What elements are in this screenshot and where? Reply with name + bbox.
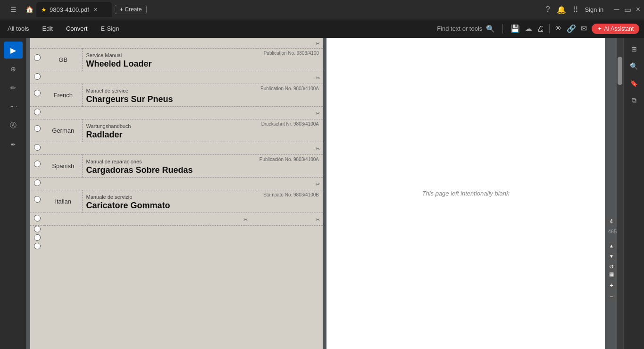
radio-italian[interactable] bbox=[34, 196, 41, 203]
app-toolbar: All tools Edit Convert E-Sign Find text … bbox=[0, 19, 644, 38]
ai-assistant-button[interactable]: ✦ AI Assistant bbox=[592, 24, 639, 34]
radio-german[interactable] bbox=[34, 125, 41, 132]
mail-icon[interactable]: ✉ bbox=[581, 24, 587, 33]
maximize-button[interactable]: ▭ bbox=[624, 5, 631, 14]
pdf-page-right: This page left intentionally blank bbox=[326, 38, 605, 349]
content-french: Manuel de service Publication No. 9803/4… bbox=[82, 84, 323, 107]
subtitle-gb: Service Manual bbox=[86, 52, 122, 58]
window-close-button[interactable]: × bbox=[636, 5, 640, 14]
tab-close-icon[interactable]: × bbox=[94, 6, 98, 13]
browser-bar: ☰ 🏠 ★ 9803-4100.pdf × + Create ? 🔔 ⠿ Sig… bbox=[0, 0, 644, 19]
title-spanish: Cargadoras Sobre Ruedas bbox=[86, 165, 319, 175]
radio-spanish[interactable] bbox=[34, 161, 41, 167]
left-sidebar: ▶ ⊕ ✏ 〰 Ⓐ ✒ bbox=[0, 38, 26, 349]
scissors-icon-6: ✂ bbox=[243, 217, 248, 222]
browser-tab-active[interactable]: ★ 9803-4100.pdf × bbox=[36, 2, 112, 17]
content-spanish: Manual de reparaciones Publicación No. 9… bbox=[82, 155, 323, 178]
table-row: German Wartungshandbuch Druckschrit Nr. … bbox=[30, 119, 323, 142]
pub-french: Publication No. 9803/4100A bbox=[260, 86, 319, 91]
extra-row-1 bbox=[30, 226, 323, 235]
sign-in-button[interactable]: Sign in bbox=[585, 6, 604, 13]
scissors-icon-5: ✂ bbox=[316, 181, 320, 187]
zoom-tool[interactable]: ⊕ bbox=[4, 60, 23, 77]
radio-extra-3[interactable] bbox=[34, 243, 41, 249]
pdf-page-left: ✂ GB Service Manual Publication No. 9803 bbox=[30, 38, 323, 349]
cloud-icon[interactable]: ☁ bbox=[525, 24, 532, 33]
radio-gb[interactable] bbox=[34, 54, 41, 61]
subtitle-italian: Manuale de servizio bbox=[86, 194, 133, 200]
lang-german: German bbox=[44, 119, 82, 142]
extra-row-2 bbox=[30, 234, 323, 243]
search-icon[interactable]: 🔍 bbox=[486, 25, 495, 33]
radio-italian-2[interactable] bbox=[34, 215, 41, 221]
recognize-icon[interactable]: 👁 bbox=[554, 25, 562, 33]
radio-french-2[interactable] bbox=[34, 109, 41, 115]
tab-star-icon: ★ bbox=[41, 6, 47, 13]
radio-german-2[interactable] bbox=[34, 144, 41, 151]
table-row: Italian Manuale de servizio Stampato No.… bbox=[30, 190, 323, 213]
notification-icon[interactable]: 🔔 bbox=[557, 5, 566, 14]
bookmarks-icon[interactable]: 🔖 bbox=[626, 76, 643, 91]
lang-spanish: Spanish bbox=[44, 155, 82, 178]
lang-french: French bbox=[44, 84, 82, 107]
search-panel-icon[interactable]: 🔍 bbox=[626, 59, 643, 74]
help-icon[interactable]: ? bbox=[546, 5, 550, 14]
scissors-row-3: ✂ bbox=[30, 107, 323, 119]
radio-extra-2[interactable] bbox=[34, 234, 41, 241]
minimize-button[interactable]: ─ bbox=[614, 5, 619, 14]
lang-gb: GB bbox=[44, 49, 82, 71]
content-gb: Service Manual Publication No. 9803/4100… bbox=[82, 49, 323, 71]
cursor-tool[interactable]: ▶ bbox=[4, 42, 23, 59]
zoom-out-button[interactable]: − bbox=[606, 292, 617, 301]
find-text-label: Find text or tools bbox=[437, 25, 482, 32]
radio-spanish-2[interactable] bbox=[34, 179, 41, 186]
menu-btn[interactable]: ☰ bbox=[4, 1, 23, 18]
title-gb: Wheeled Loader bbox=[86, 59, 319, 69]
layers-icon[interactable]: ⧉ bbox=[626, 93, 643, 108]
main-area: ▶ ⊕ ✏ 〰 Ⓐ ✒ ✂ bbox=[0, 38, 644, 349]
next-page-button[interactable]: ▼ bbox=[606, 251, 617, 261]
all-tools-menu[interactable]: All tools bbox=[5, 23, 32, 34]
pub-german: Druckschrit Nr. 9803/4100A bbox=[261, 121, 319, 127]
title-italian: Caricatore Gommato bbox=[86, 201, 319, 211]
toolbar-right: 💾 ☁ 🖨 👁 🔗 ✉ ✦ AI Assistant bbox=[510, 24, 639, 34]
edit-menu[interactable]: Edit bbox=[40, 23, 56, 34]
scissors-row-4: ✂ bbox=[30, 142, 323, 155]
zoom-bar-icon[interactable]: ▦ bbox=[606, 269, 617, 279]
radio-french[interactable] bbox=[34, 90, 41, 96]
zoom-in-button[interactable]: + bbox=[606, 281, 617, 290]
scroll-thumb[interactable] bbox=[618, 57, 622, 85]
scissors-row-top: ✂ bbox=[30, 38, 323, 49]
home-icon[interactable]: 🏠 bbox=[25, 6, 33, 13]
blank-page-label: This page left intentionally blank bbox=[422, 190, 509, 197]
apps-icon[interactable]: ⠿ bbox=[573, 5, 578, 14]
convert-menu[interactable]: Convert bbox=[63, 23, 91, 34]
signature-tool[interactable]: ✒ bbox=[4, 136, 23, 153]
new-tab-button[interactable]: + Create bbox=[115, 5, 147, 14]
page-nav-controls: ▲ ▼ bbox=[606, 241, 617, 261]
table-row: French Manuel de service Publication No.… bbox=[30, 84, 323, 107]
right-sidebar: ⊞ 🔍 🔖 ⧉ bbox=[623, 38, 644, 349]
radio-gb-2[interactable] bbox=[34, 73, 41, 80]
title-german: Radlader bbox=[86, 130, 319, 140]
scissors-icon-2: ✂ bbox=[316, 75, 320, 81]
subtitle-spanish: Manual de reparaciones bbox=[86, 159, 142, 164]
save-icon[interactable]: 💾 bbox=[510, 24, 520, 33]
text-tool[interactable]: Ⓐ bbox=[4, 117, 23, 134]
table-row: Spanish Manual de reparaciones Publicaci… bbox=[30, 155, 323, 178]
print-icon[interactable]: 🖨 bbox=[537, 25, 544, 33]
prev-page-button[interactable]: ▲ bbox=[606, 241, 617, 250]
highlight-tool[interactable]: ✏ bbox=[4, 79, 23, 96]
scrollbar[interactable] bbox=[617, 38, 623, 349]
page-number-badge: 4 bbox=[606, 217, 617, 226]
title-french: Chargeurs Sur Pneus bbox=[86, 94, 319, 104]
draw-tool[interactable]: 〰 bbox=[4, 98, 23, 115]
properties-panel-icon[interactable]: ⊞ bbox=[626, 42, 643, 57]
pub-gb: Publication No. 9803/4100 bbox=[264, 51, 319, 56]
link-icon[interactable]: 🔗 bbox=[567, 24, 576, 33]
table-row: GB Service Manual Publication No. 9803/4… bbox=[30, 49, 323, 71]
browser-actions: ? 🔔 ⠿ Sign in bbox=[546, 5, 604, 14]
toolbar-divider2 bbox=[549, 24, 550, 34]
radio-extra-1[interactable] bbox=[34, 226, 41, 232]
esign-menu[interactable]: E-Sign bbox=[98, 23, 122, 34]
